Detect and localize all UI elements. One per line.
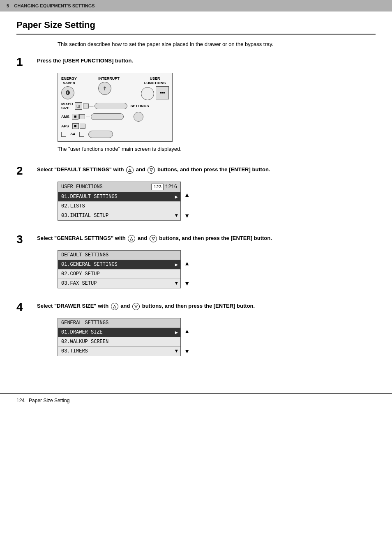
user-functions-btn[interactable]	[141, 87, 154, 100]
step-4-header: 4 Select "DRAWER SIZE" with △ and ▽ butt…	[16, 301, 376, 313]
step-3-text: Select "GENERAL SETTINGS" with △ and ▽ b…	[37, 233, 272, 242]
lcd-2-header: USER FUNCTIONS 123 1216	[58, 182, 180, 192]
lcd-4-row-2: 02.WALKUP SCREEN	[58, 337, 180, 347]
lcd-2-title: USER FUNCTIONS	[61, 184, 103, 190]
energy-saver-label: ENERGYSAVER	[61, 76, 77, 85]
step-3-lcd: DEFAULT SETTINGS 01.GENERAL SETTINGS ▶ 0…	[58, 250, 181, 288]
step-4: 4 Select "DRAWER SIZE" with △ and ▽ butt…	[16, 301, 376, 356]
mixed-size-label: MIXEDSIZE	[61, 102, 73, 110]
lcd-4-header: GENERAL SETTINGS	[58, 318, 180, 328]
lcd-4-row-3: 03.TIMERS ▼	[58, 347, 180, 356]
user-functions-label: USERFUNCTIONS	[141, 76, 169, 85]
sq-right	[79, 132, 84, 137]
lcd-3-arrow-1: ▶	[175, 261, 178, 267]
lcd-4-item-1: 01.DRAWER SIZE	[61, 329, 103, 335]
footer-page-number: 124	[16, 398, 25, 403]
chapter-header: 5 CHANGING EQUIPMENT'S SETTINGS	[0, 0, 392, 12]
step-3-lcd-wrapper: DEFAULT SETTINGS 01.GENERAL SETTINGS ▶ 0…	[58, 250, 181, 288]
extra-btn[interactable]: ■■■	[156, 86, 169, 99]
step-2-lcd: USER FUNCTIONS 123 1216 01.DEFAULT SETTI…	[58, 182, 181, 221]
lcd-4-row-1: 01.DRAWER SIZE ▶	[58, 328, 180, 337]
energy-saver-btn[interactable]	[61, 86, 74, 99]
dash-2: —	[86, 114, 90, 119]
chapter-number: 5	[7, 3, 9, 8]
down-arrow-icon-2: ▽	[148, 166, 155, 174]
lcd-2-scroll-up[interactable]: ▲	[184, 191, 190, 198]
step-1-image: ENERGYSAVER INTERRUPT USERFUNCTIONS	[58, 73, 376, 142]
footer: 124 Paper Size Setting	[0, 393, 392, 408]
lcd-4-title: GENERAL SETTINGS	[61, 320, 108, 326]
curved-btn[interactable]	[88, 131, 113, 138]
settings-round-btn[interactable]	[134, 112, 143, 122]
lcd-2-row-1: 01.DEFAULT SETTINGS ▶	[58, 192, 180, 202]
step-2-text: Select "DEFAULT SETTINGS" with △ and ▽ b…	[37, 164, 270, 174]
lcd-2-arrow-1: ▶	[175, 193, 178, 200]
footer-section: Paper Size Setting	[29, 398, 69, 403]
lcd-4-arrow-3: ▼	[175, 348, 178, 354]
lcd-2-item-1: 01.DEFAULT SETTINGS	[61, 194, 118, 200]
ams-small	[79, 114, 85, 119]
step-1-note: The "user functions mode" main screen is…	[58, 146, 376, 152]
aps-small	[80, 124, 85, 129]
dash-1: —	[90, 104, 94, 108]
aps-icon: ◼	[72, 123, 79, 129]
interrupt-btn[interactable]	[98, 82, 111, 95]
intro-text: This section describes how to set the pa…	[58, 41, 376, 47]
lcd-4-item-3: 03.TIMERS	[61, 348, 88, 354]
lcd-3-scroll-down[interactable]: ▼	[184, 280, 190, 287]
step-1: 1 Press the [USER FUNCTIONS] button. ENE…	[16, 55, 376, 152]
lcd-2-row-2: 02.LISTS	[58, 202, 180, 211]
step-2-screen: USER FUNCTIONS 123 1216 01.DEFAULT SETTI…	[58, 182, 376, 221]
step-4-number: 4	[16, 301, 37, 313]
lcd-2-box: 123	[151, 184, 164, 190]
long-btn-2[interactable]	[91, 113, 124, 120]
interrupt-label: INTERRUPT	[98, 76, 120, 81]
step-4-text: Select "DRAWER SIZE" with △ and ▽ button…	[37, 301, 255, 310]
step-3-header: 3 Select "GENERAL SETTINGS" with △ and ▽…	[16, 233, 376, 245]
lcd-3-row-2: 02.COPY SETUP	[58, 269, 180, 279]
lcd-4-scroll-down[interactable]: ▼	[184, 348, 190, 355]
lcd-3-row-1: 01.GENERAL SETTINGS ▶	[58, 260, 180, 269]
down-arrow-icon-4: ▽	[132, 303, 140, 310]
chapter-title: CHANGING EQUIPMENT'S SETTINGS	[14, 3, 95, 8]
lcd-4-item-2: 02.WALKUP SCREEN	[61, 339, 108, 345]
mixed-small	[83, 104, 89, 108]
step-2-lcd-wrapper: USER FUNCTIONS 123 1216 01.DEFAULT SETTI…	[58, 182, 181, 221]
up-arrow-icon-3: △	[128, 235, 135, 242]
lcd-2-arrow-3: ▼	[175, 213, 178, 219]
aps-label: APS	[61, 124, 69, 128]
step-4-lcd: GENERAL SETTINGS 01.DRAWER SIZE ▶ 02.WAL…	[58, 318, 181, 356]
step-3-number: 3	[16, 233, 37, 245]
page-content: Paper Size Setting This section describe…	[0, 12, 392, 385]
step-2-header: 2 Select "DEFAULT SETTINGS" with △ and ▽…	[16, 164, 376, 177]
lcd-3-item-1: 01.GENERAL SETTINGS	[61, 262, 118, 267]
lcd-4-arrow-1: ▶	[175, 329, 178, 335]
lcd-3-scroll-up[interactable]: ▲	[184, 260, 190, 267]
step-4-screen: GENERAL SETTINGS 01.DRAWER SIZE ▶ 02.WAL…	[58, 318, 376, 356]
step-2-number: 2	[16, 164, 37, 177]
lcd-4-scroll-up[interactable]: ▲	[184, 328, 190, 334]
up-arrow-icon-2: △	[126, 166, 134, 174]
up-arrow-icon-4: △	[111, 303, 118, 310]
lcd-2-item-2: 02.LISTS	[61, 203, 85, 209]
lcd-2-num: 1216	[165, 184, 177, 190]
step-1-header: 1 Press the [USER FUNCTIONS] button.	[16, 55, 376, 68]
long-btn-1[interactable]	[95, 103, 127, 109]
step-4-lcd-wrapper: GENERAL SETTINGS 01.DRAWER SIZE ▶ 02.WAL…	[58, 318, 181, 356]
a4-label: A4	[70, 132, 75, 136]
down-arrow-icon-3: ▽	[150, 235, 157, 242]
lcd-3-item-2: 02.COPY SETUP	[61, 271, 100, 277]
mixed-icon: ◫	[75, 102, 82, 110]
ams-label: AMS	[61, 115, 69, 119]
settings-label: SETTINGS	[131, 104, 149, 108]
step-1-number: 1	[16, 55, 37, 68]
page-title: Paper Size Setting	[16, 20, 376, 35]
lcd-3-row-3: 03.FAX SETUP ▼	[58, 279, 180, 288]
panel-a4-row: A4	[61, 131, 169, 138]
step-1-text: Press the [USER FUNCTIONS] button.	[37, 55, 133, 64]
lcd-2-item-3: 03.INITIAL SETUP	[61, 213, 108, 219]
ams-icon: ◼	[72, 114, 78, 120]
lcd-2-scroll-down[interactable]: ▼	[184, 212, 190, 219]
step-3-screen: DEFAULT SETTINGS 01.GENERAL SETTINGS ▶ 0…	[58, 250, 376, 288]
lcd-2-nums: 123 1216	[151, 184, 177, 190]
